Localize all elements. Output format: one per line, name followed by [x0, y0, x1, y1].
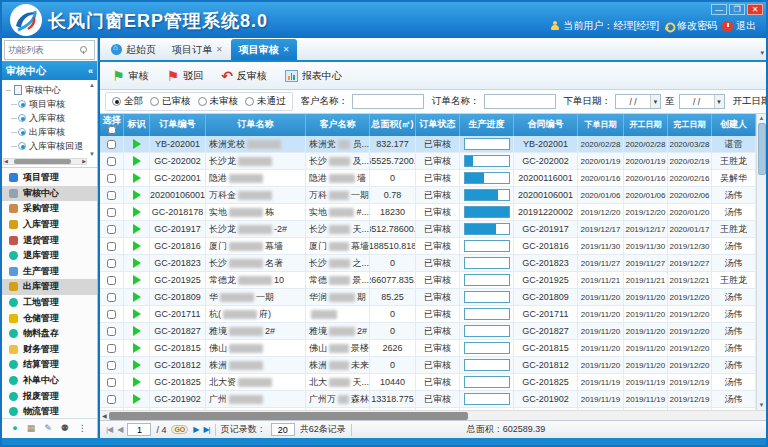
- column-header-客户名称[interactable]: 客户名称: [306, 114, 370, 136]
- scroll-left-icon[interactable]: ◀: [100, 412, 109, 419]
- row-checkbox[interactable]: [107, 310, 116, 319]
- sidebar-item-物料盘存[interactable]: 物料盘存: [2, 326, 97, 342]
- logout-button[interactable]: 退出: [722, 19, 756, 33]
- tab-overflow-icon[interactable]: ▾: [760, 49, 764, 57]
- function-search-box[interactable]: [4, 40, 95, 60]
- row-checkbox[interactable]: [107, 140, 116, 149]
- tree-item-入库审核回退[interactable]: 入库审核回退: [6, 139, 87, 153]
- tab-close-icon[interactable]: ✕: [216, 45, 223, 54]
- row-checkbox[interactable]: [107, 208, 116, 217]
- table-row[interactable]: GC-201925常德龙10常德景...266077.835..已审核GC-20…: [100, 272, 756, 289]
- column-header-订单状态[interactable]: 订单状态: [416, 114, 460, 136]
- prev-page-button[interactable]: ◀: [117, 425, 122, 434]
- function-search-input[interactable]: [5, 45, 79, 55]
- table-row[interactable]: GC-201917长沙龙-2#长沙天...8512.78600..已审核GC-2…: [100, 221, 756, 238]
- radio-未通过[interactable]: 未通过: [245, 95, 286, 108]
- table-row[interactable]: GC-202002长沙龙长沙及...65525.7200..已审核GC-2020…: [100, 153, 756, 170]
- column-header-订单编号[interactable]: 订单编号: [150, 114, 206, 136]
- column-header-开工日期[interactable]: 开工日期: [624, 114, 668, 136]
- scroll-down-icon[interactable]: ▼: [89, 151, 95, 157]
- cart-icon[interactable]: ▦: [27, 424, 36, 433]
- order-name-input[interactable]: [484, 94, 556, 109]
- audit-button[interactable]: ⚑ 审核: [108, 67, 153, 85]
- row-checkbox[interactable]: [107, 259, 116, 268]
- radio-未审核[interactable]: 未审核: [198, 95, 239, 108]
- table-row[interactable]: GC-201809华一期华润期85.25已审核GC-2018092019/11/…: [100, 289, 756, 306]
- tab-项目审核[interactable]: 项目审核✕: [231, 39, 298, 60]
- radio-已审核[interactable]: 已审核: [150, 95, 191, 108]
- table-row[interactable]: GC-201902广州广州万森林13318.775已审核GC-201902201…: [100, 391, 756, 408]
- table-row[interactable]: GC-201815佛山佛山景楼2626已审核GC-2018152019/11/2…: [100, 340, 756, 357]
- minimize-button[interactable]: —: [711, 4, 727, 15]
- select-all-checkbox[interactable]: [108, 126, 116, 134]
- row-checkbox[interactable]: [107, 361, 116, 370]
- tree-vertical-scroll[interactable]: ▲▼: [88, 82, 96, 157]
- sidebar-item-生产管理[interactable]: 生产管理: [2, 264, 97, 280]
- tab-close-icon[interactable]: ✕: [283, 45, 290, 54]
- row-checkbox[interactable]: [107, 293, 116, 302]
- page-size-input[interactable]: [271, 423, 295, 436]
- scrollbar-thumb[interactable]: [109, 412, 469, 420]
- column-header-创建人[interactable]: 创建人: [712, 114, 756, 136]
- report-center-button[interactable]: 报表中心: [281, 67, 346, 85]
- radio-全部[interactable]: 全部: [112, 95, 143, 108]
- tab-项目订单[interactable]: 项目订单✕: [164, 39, 231, 60]
- more-icon[interactable]: ⋮: [78, 424, 87, 433]
- scroll-left-icon[interactable]: ◀: [4, 159, 8, 164]
- row-checkbox[interactable]: [107, 191, 116, 200]
- sidebar-item-财务管理[interactable]: 财务管理: [2, 342, 97, 358]
- column-header-选择[interactable]: 选择: [100, 114, 124, 136]
- sidebar-item-出库管理[interactable]: 出库管理: [2, 279, 97, 295]
- vertical-scrollbar[interactable]: ▲ ▼: [756, 114, 766, 410]
- scroll-up-icon[interactable]: ▲: [89, 82, 95, 88]
- table-row[interactable]: YB-202001株洲党校株洲党员...832.177已审核YB-2020012…: [100, 136, 756, 153]
- order-date-from-picker[interactable]: / /▼: [615, 94, 661, 109]
- table-row[interactable]: GC-201827雅境2#雅境2#0已审核GC-2018272019/11/20…: [100, 323, 756, 340]
- sidebar-item-入库管理[interactable]: 入库管理: [2, 217, 97, 233]
- sidebar-item-物流管理[interactable]: 物流管理: [2, 404, 97, 418]
- row-checkbox[interactable]: [107, 378, 116, 387]
- tree-expander-icon[interactable]: ─: [6, 87, 11, 94]
- tab-起始页[interactable]: 起始页: [103, 39, 164, 60]
- pin-icon[interactable]: [79, 46, 87, 54]
- circle-icon[interactable]: ●: [12, 424, 17, 433]
- tree-item-出库审核[interactable]: 出库审核: [6, 125, 87, 139]
- sidebar-item-报废管理[interactable]: 报废管理: [2, 388, 97, 404]
- column-header-订单名称[interactable]: 订单名称: [206, 114, 306, 136]
- chevron-down-icon[interactable]: ▼: [714, 95, 724, 108]
- row-checkbox[interactable]: [107, 395, 116, 404]
- reject-button[interactable]: ⚑ 驳回: [163, 67, 208, 85]
- close-button[interactable]: ✕: [747, 4, 763, 15]
- row-checkbox[interactable]: [107, 327, 116, 336]
- scroll-down-icon[interactable]: ▼: [759, 401, 765, 410]
- table-row[interactable]: GC-201812株洲株洲未来0已审核GC-2018122019/11/2020…: [100, 357, 756, 374]
- row-checkbox[interactable]: [107, 344, 116, 353]
- table-row[interactable]: GC-201825北大资北大天...10440已审核GC-2018252019/…: [100, 374, 756, 391]
- row-checkbox[interactable]: [107, 276, 116, 285]
- sidebar-item-补单中心[interactable]: 补单中心: [2, 373, 97, 389]
- reverse-audit-button[interactable]: ↶ 反审核: [217, 67, 271, 85]
- sidebar-item-退库管理[interactable]: 退库管理: [2, 248, 97, 264]
- column-header-完工日期[interactable]: 完工日期: [668, 114, 712, 136]
- collapse-icon[interactable]: «: [88, 66, 93, 76]
- tree-item-项目审核[interactable]: 项目审核: [6, 97, 87, 111]
- first-page-button[interactable]: |◀: [106, 425, 112, 434]
- column-header-总面积(㎡)[interactable]: 总面积(㎡): [370, 114, 416, 136]
- column-header-下单日期[interactable]: 下单日期: [578, 114, 624, 136]
- table-row[interactable]: GC-202001隐港隐港墙0已审核202001160012020/01/162…: [100, 170, 756, 187]
- sidebar-item-工地管理[interactable]: 工地管理: [2, 295, 97, 311]
- scroll-up-icon[interactable]: ▲: [759, 114, 765, 123]
- scrollbar-thumb[interactable]: [758, 123, 766, 175]
- person-icon[interactable]: ⚉: [61, 424, 69, 433]
- horizontal-scrollbar[interactable]: ◀: [100, 410, 766, 420]
- sidebar-item-退货管理[interactable]: 退货管理: [2, 232, 97, 248]
- customer-name-input[interactable]: [352, 94, 424, 109]
- sidebar-item-仓储管理[interactable]: 仓储管理: [2, 310, 97, 326]
- table-row[interactable]: GC-201823长沙名著长沙之...0已审核GC-2018232019/11/…: [100, 255, 756, 272]
- tree-item-入库审核[interactable]: 入库审核: [6, 111, 87, 125]
- table-row[interactable]: 20200106001万科金万科一期0.78已审核202001060012020…: [100, 187, 756, 204]
- table-row[interactable]: GC-201816厦门幕墙厦门幕墙188510.818已审核GC-2018162…: [100, 238, 756, 255]
- go-button[interactable]: GO: [171, 425, 188, 434]
- row-checkbox[interactable]: [107, 225, 116, 234]
- tree-horizontal-scrollbar[interactable]: ◀ ▶: [3, 158, 87, 165]
